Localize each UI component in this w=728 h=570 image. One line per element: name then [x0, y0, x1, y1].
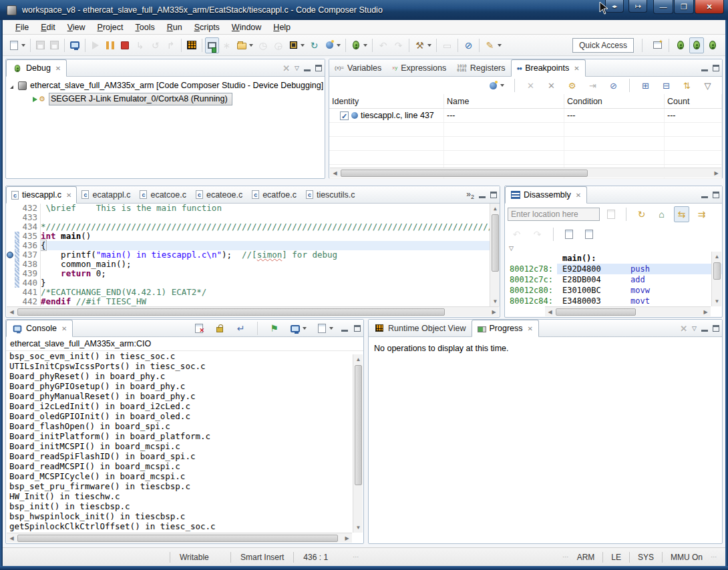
view-menu-icon[interactable]: ▽: [692, 325, 697, 332]
maximize-view-icon[interactable]: [315, 65, 322, 71]
remove-breakpoint-button[interactable]: ✕: [523, 77, 538, 93]
skip-all-breakpoints-button[interactable]: ⊘: [606, 77, 621, 93]
console-output[interactable]: bsp_soc_evm_init() in tiesc_soc.cUTILsIn…: [6, 351, 363, 532]
restore-button[interactable]: ❐: [674, 0, 694, 14]
editor-tab-ecatcoe-c[interactable]: cecatcoe.c: [135, 186, 191, 203]
disassembly-row[interactable]: 80012c7c:E28DB004add: [505, 274, 722, 285]
minimize-view-icon[interactable]: [304, 69, 311, 71]
terminate-button[interactable]: [118, 37, 132, 53]
tab-overflow-indicator[interactable]: »2: [466, 190, 474, 200]
menu-scripts[interactable]: Scripts: [188, 21, 226, 33]
code-line-438[interactable]: common_main();: [41, 260, 500, 269]
update-gears-button[interactable]: ⚙: [564, 77, 580, 93]
code-line-439[interactable]: return 0;: [41, 269, 500, 278]
cancel-operation-icon[interactable]: ✕: [680, 324, 687, 334]
horizontal-scrollbar[interactable]: ◀ ▶: [330, 168, 721, 178]
editor-tab-tiescutils-c[interactable]: ctiescutils.c: [301, 186, 360, 203]
scroll-lock-button[interactable]: [212, 320, 227, 336]
annotation-ruler[interactable]: [6, 204, 15, 306]
halt-on-reset-button[interactable]: [322, 37, 343, 53]
debug-perspective-button[interactable]: [705, 37, 720, 53]
disassembly-vertical-scrollbar[interactable]: ▲ ▼: [711, 252, 721, 306]
menu-view[interactable]: View: [61, 21, 92, 33]
sync-with-source-button[interactable]: ⇆: [674, 206, 689, 222]
goto-address-button[interactable]: [604, 206, 618, 222]
console-vertical-scrollbar[interactable]: ▲ ▼: [353, 354, 363, 533]
previous-frame-button[interactable]: ↶: [509, 226, 524, 242]
tab-expressions[interactable]: xyExpressions: [387, 59, 451, 76]
menu-run[interactable]: Run: [161, 21, 188, 33]
refresh-disassembly-button[interactable]: ↻: [634, 206, 649, 222]
disassembly-row[interactable]: 80012c80:E30100BCmovw: [505, 285, 722, 296]
ccs-debug-perspective-button[interactable]: [689, 37, 704, 53]
menu-file[interactable]: File: [9, 21, 35, 33]
suspend-button[interactable]: [103, 37, 118, 53]
code-line-440[interactable]: }: [41, 278, 500, 288]
clear-console-button[interactable]: [192, 320, 206, 336]
breakpoints-table-header[interactable]: IdentityNameConditionCount: [329, 94, 722, 109]
show-source-button[interactable]: ⇉: [694, 206, 709, 222]
console-horizontal-scrollbar[interactable]: ◀ ▶: [7, 533, 352, 543]
column-header-identity[interactable]: Identity: [329, 94, 444, 108]
editor-tab-tiescappl-c[interactable]: ctiescappl.c✕: [6, 186, 77, 204]
registers-grid-button[interactable]: [184, 37, 199, 53]
code-line-433[interactable]: [41, 213, 500, 222]
minimize-view-icon[interactable]: [341, 330, 348, 332]
goto-file-button[interactable]: ⇥: [585, 77, 600, 93]
open-perspective-button[interactable]: [651, 37, 665, 53]
next-frame-button[interactable]: ↷: [530, 226, 545, 242]
refresh-target-button[interactable]: ↻: [307, 37, 322, 53]
view-menu-button[interactable]: ▽: [700, 77, 715, 93]
maximize-view-icon[interactable]: [354, 325, 361, 332]
build-button[interactable]: ⚒: [412, 37, 433, 53]
disassembly-row[interactable]: 80012c78:E92D4800push: [505, 264, 722, 274]
code-line-435[interactable]: int main(): [41, 232, 500, 241]
tab-progress[interactable]: Progress✕: [472, 320, 539, 337]
column-header-name[interactable]: Name: [444, 94, 564, 108]
disassembly-horizontal-scrollbar[interactable]: ◀ ▶: [545, 306, 711, 316]
view-menu-icon[interactable]: ▽: [295, 65, 299, 71]
new-breakpoint-button[interactable]: [486, 77, 506, 93]
enable-clock-button[interactable]: ◷: [255, 37, 270, 53]
cio-console-button[interactable]: [67, 37, 82, 53]
editor-tab-ecatappl-c[interactable]: cecatappl.c: [77, 186, 135, 203]
tab-debug[interactable]: Debug✕: [6, 59, 67, 77]
step-into-button[interactable]: ↱: [163, 37, 178, 53]
disassembly-listing[interactable]: main():80012c78:E92D4800push80012c7c:E28…: [505, 253, 722, 309]
debug-button[interactable]: [349, 37, 369, 53]
maximize-view-icon[interactable]: [490, 192, 497, 198]
tab-close-icon[interactable]: ✕: [66, 192, 71, 199]
open-new-view-button[interactable]: [562, 226, 576, 242]
editor-vertical-scrollbar[interactable]: ▲ ▼: [490, 204, 500, 306]
link-with-debug-button[interactable]: ⇅: [679, 77, 695, 93]
menu-project[interactable]: Project: [92, 21, 130, 33]
maximize-view-icon[interactable]: [713, 192, 719, 198]
breadcrumb-toggle-icon[interactable]: ▽: [505, 244, 722, 253]
resume-button[interactable]: [88, 37, 103, 53]
minimize-view-icon[interactable]: [701, 69, 708, 71]
word-wrap-button[interactable]: ↵: [233, 320, 248, 336]
disassembly-function-label[interactable]: main():: [505, 253, 722, 264]
minimize-view-icon[interactable]: [701, 330, 708, 332]
remove-terminated-icon[interactable]: ✕: [283, 63, 290, 73]
remove-all-breakpoints-button[interactable]: ✕: [544, 77, 559, 93]
menu-help[interactable]: Help: [267, 21, 297, 33]
column-header-count[interactable]: Count: [665, 94, 722, 108]
code-line-436[interactable]: {: [41, 241, 500, 250]
new-target-config-button[interactable]: ▭: [439, 37, 455, 53]
maximize-view-icon[interactable]: [713, 65, 719, 71]
open-console-button[interactable]: [315, 320, 335, 336]
code-editor[interactable]: 432433434435436437438439440441442 \brief…: [6, 204, 500, 306]
step-return-button[interactable]: ↳: [132, 37, 148, 53]
restart-button[interactable]: ↺: [148, 37, 163, 53]
source-lookup-button[interactable]: ∗: [219, 37, 234, 53]
disable-clock-button[interactable]: ◶: [270, 37, 286, 53]
display-console-button[interactable]: [288, 320, 309, 336]
connect-target-button[interactable]: [205, 37, 219, 53]
titlebar-exit-button[interactable]: ↦: [628, 0, 647, 13]
code-line-437[interactable]: printf("main() in tiescappl.c\n"); //[si…: [41, 250, 500, 260]
tab-close-icon[interactable]: ✕: [576, 192, 581, 199]
tab-close-icon[interactable]: ✕: [574, 65, 579, 72]
tab-breakpoints[interactable]: ●●Breakpoints✕: [511, 59, 586, 77]
code-line-432[interactable]: \brief This is the main function: [41, 204, 500, 213]
